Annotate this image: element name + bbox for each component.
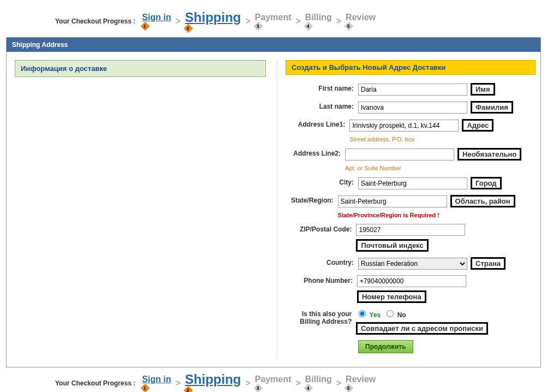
last-name-label: Last name: <box>286 101 358 110</box>
diamond-icon: 2 <box>183 24 193 33</box>
anno-last-name: Фамилия <box>471 101 513 114</box>
right-column: Создать и Выбрать Новый Адрес Доставки F… <box>277 60 536 359</box>
anno-addr2: Необязательно <box>457 148 521 161</box>
city-label: City: <box>286 177 358 186</box>
progress-step-signin[interactable]: Sign in 1 <box>142 13 171 29</box>
diamond-icon: 3 <box>253 384 263 392</box>
chevron-right-icon: > <box>336 16 341 26</box>
checkout-progress-top: Your Checkout Progress : Sign in 1 > Shi… <box>55 11 541 32</box>
diamond-icon: 2 <box>183 386 193 392</box>
diamond-icon: 1 <box>141 384 150 392</box>
progress-step-shipping[interactable]: Shipping 2 <box>185 11 241 32</box>
shipping-panel: Shipping Address Информация о доставке С… <box>6 37 541 367</box>
progress-step-signin[interactable]: Sign in 1 <box>142 375 171 391</box>
info-box: Информация о доставке <box>15 60 266 77</box>
state-label: State/Region: <box>286 195 338 204</box>
phone-input[interactable] <box>357 275 466 287</box>
billing-yes-radio[interactable] <box>359 310 366 317</box>
progress-step-review: Review 5 <box>346 13 376 29</box>
anno-billing: Совпадает ли с адресом прописки <box>356 322 488 335</box>
anno-first-name: Имя <box>471 83 495 96</box>
create-address-box: Создать и Выбрать Новый Адрес Доставки <box>286 60 536 75</box>
diamond-icon: 4 <box>304 384 313 392</box>
progress-step-payment: Payment 3 <box>255 13 292 29</box>
last-name-input[interactable] <box>358 102 467 114</box>
diamond-icon: 5 <box>344 22 354 31</box>
progress-label: Your Checkout Progress : <box>55 379 135 387</box>
anno-phone: Номер телефона <box>357 290 426 303</box>
state-input[interactable] <box>338 195 447 207</box>
chevron-right-icon: > <box>245 378 250 388</box>
zip-input[interactable] <box>356 224 465 236</box>
diamond-icon: 4 <box>304 22 313 31</box>
billing-no-option[interactable]: No <box>384 308 406 319</box>
progress-step-shipping[interactable]: Shipping 2 <box>185 373 241 392</box>
anno-zip: Почтовый индекс <box>356 239 428 252</box>
addr1-label: Address Line1: <box>286 119 349 128</box>
anno-city: Город <box>471 177 502 189</box>
progress-step-payment: Payment 3 <box>255 375 292 391</box>
addr2-hint: Apt. or Suite Number <box>345 165 536 171</box>
continue-button[interactable]: Продолжить <box>358 340 413 353</box>
country-label: Country: <box>286 257 358 266</box>
diamond-icon: 1 <box>141 22 150 31</box>
chevron-right-icon: > <box>296 16 301 26</box>
progress-label: Your Checkout Progress : <box>55 17 135 25</box>
checkout-progress-bottom: Your Checkout Progress : Sign in 1 > Shi… <box>55 373 541 392</box>
first-name-input[interactable] <box>358 84 467 96</box>
city-input[interactable] <box>358 177 467 189</box>
progress-step-billing: Billing 4 <box>305 13 332 29</box>
addr1-input[interactable] <box>349 120 459 132</box>
panel-title: Shipping Address <box>7 38 540 52</box>
billing-no-radio[interactable] <box>387 310 394 317</box>
left-column: Информация о доставке <box>15 60 266 359</box>
anno-addr1: Адрес <box>462 119 494 132</box>
billing-yes-option[interactable]: Yes <box>356 308 380 319</box>
country-select[interactable]: Russian Federation <box>358 258 467 270</box>
addr2-input[interactable] <box>345 149 454 161</box>
diamond-icon: 3 <box>253 22 263 31</box>
first-name-label: First name: <box>286 83 358 92</box>
chevron-right-icon: > <box>296 378 301 388</box>
phone-label: Phone Number: <box>286 275 357 284</box>
addr2-label: Address Line2: <box>286 148 345 157</box>
progress-step-review: Review 5 <box>346 375 376 391</box>
zip-label: ZIP/Postal Code: <box>286 224 356 233</box>
chevron-right-icon: > <box>175 378 180 388</box>
billing-label: Is this also your Billing Address? <box>286 308 356 325</box>
diamond-icon: 5 <box>344 384 354 392</box>
progress-step-billing: Billing 4 <box>305 375 332 391</box>
addr1-hint: Street address, P.O. box <box>349 136 536 142</box>
anno-country: Страна <box>471 257 506 270</box>
state-error: State/Province/Region is Required ! <box>338 212 536 218</box>
chevron-right-icon: > <box>175 16 180 26</box>
chevron-right-icon: > <box>245 16 250 26</box>
chevron-right-icon: > <box>336 378 341 388</box>
anno-state: Область, район <box>450 195 515 207</box>
